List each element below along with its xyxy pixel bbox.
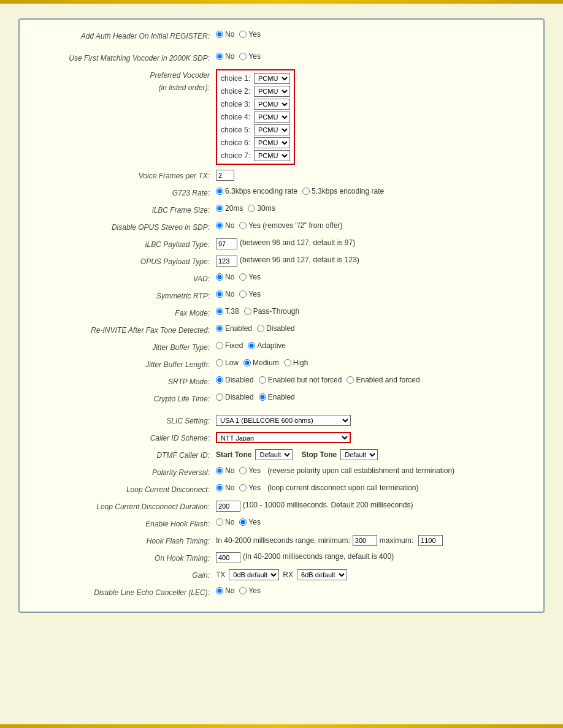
ilbc-30ms[interactable]: 30ms — [248, 204, 275, 213]
fax-t38[interactable]: T.38 — [216, 307, 239, 316]
reinvite-disabled[interactable]: Disabled — [257, 324, 295, 333]
lec-no[interactable]: No — [216, 586, 234, 595]
loop-duration-label: Loop Current Disconnect Duration: — [32, 499, 216, 513]
vad-no-radio[interactable] — [216, 273, 223, 281]
g723-6kbps[interactable]: 6.3kbps encoding rate — [216, 187, 297, 195]
loop-no-label: No — [225, 483, 234, 492]
g723-5kbps-radio[interactable] — [302, 188, 310, 195]
start-tone-select[interactable]: Default — [255, 449, 293, 460]
reinvite-enabled[interactable]: Enabled — [216, 324, 252, 333]
crypto-disabled-radio[interactable] — [216, 393, 223, 401]
vocoder-choice-7-select[interactable]: PCMU — [254, 150, 290, 161]
slic-setting-select[interactable]: USA 1 (BELLCORE 600 ohms) — [216, 415, 351, 426]
vad-yes[interactable]: Yes — [239, 273, 261, 281]
srtp-no[interactable]: No — [216, 290, 234, 298]
ilbc-30ms-radio[interactable] — [248, 205, 255, 212]
srtp-forced-radio[interactable] — [347, 376, 354, 384]
opus-yes-radio[interactable] — [239, 222, 247, 229]
fax-passthrough-radio[interactable] — [244, 308, 251, 315]
caller-id-scheme-select[interactable]: NTT Japan — [216, 432, 351, 443]
loop-duration-input[interactable] — [216, 501, 240, 512]
on-hook-timing-input[interactable] — [216, 552, 240, 563]
vocoder-choice-2-select[interactable]: PCMU — [254, 86, 290, 97]
rx-gain-select[interactable]: 6dB default — [297, 569, 347, 580]
tx-gain-select[interactable]: 0dB default — [229, 569, 279, 580]
fax-t38-radio[interactable] — [216, 308, 223, 315]
add-auth-header-no[interactable]: No — [216, 30, 234, 39]
ilbc-payload-input[interactable] — [216, 238, 237, 249]
ilbc-30ms-label: 30ms — [257, 204, 275, 213]
use-first-matching-group: No Yes — [216, 52, 261, 61]
polarity-no[interactable]: No — [216, 466, 234, 475]
srtp-disabled-radio[interactable] — [216, 376, 223, 384]
voice-frames-input[interactable] — [216, 170, 234, 181]
hook-no-radio[interactable] — [216, 518, 223, 526]
srtp-not-forced[interactable]: Enabled but not forced — [259, 376, 342, 384]
reinvite-enabled-radio[interactable] — [216, 325, 223, 332]
jitter-high-radio[interactable] — [284, 359, 291, 366]
add-auth-header-yes[interactable]: Yes — [239, 30, 261, 39]
vocoder-choice-4-select[interactable]: PCMU — [254, 112, 290, 123]
polarity-yes-radio[interactable] — [239, 467, 247, 474]
g723-rate-row: G723 Rate: 6.3kbps encoding rate 5.3kbps… — [32, 186, 531, 199]
jitter-fixed-radio[interactable] — [216, 342, 223, 349]
reinvite-disabled-radio[interactable] — [257, 325, 264, 332]
lec-yes-radio[interactable] — [239, 587, 247, 594]
vocoder-choice-3-select[interactable]: PCMU — [254, 99, 290, 110]
use-first-yes-radio[interactable] — [239, 53, 247, 60]
voice-frames-label: Voice Frames per TX: — [32, 169, 216, 182]
use-first-yes[interactable]: Yes — [239, 52, 261, 61]
srtp-not-forced-radio[interactable] — [259, 376, 266, 384]
vocoder-choice-6-select[interactable]: PCMU — [254, 137, 290, 148]
opus-yes[interactable]: Yes (removes "/2" from offer) — [239, 221, 342, 230]
jitter-low[interactable]: Low — [216, 358, 239, 367]
loop-yes[interactable]: Yes — [239, 483, 261, 492]
jitter-high[interactable]: High — [284, 358, 308, 367]
loop-no-radio[interactable] — [216, 484, 223, 491]
polarity-yes[interactable]: Yes — [239, 466, 261, 475]
loop-yes-radio[interactable] — [239, 484, 247, 491]
jitter-adaptive-radio[interactable] — [248, 342, 255, 349]
stop-tone-select[interactable]: Default — [340, 449, 378, 460]
hook-yes[interactable]: Yes — [239, 518, 261, 526]
lec-yes[interactable]: Yes — [239, 586, 261, 595]
jitter-type-row: Jitter Buffer Type: Fixed Adaptive — [32, 340, 531, 354]
jitter-adaptive[interactable]: Adaptive — [248, 341, 286, 350]
polarity-no-radio[interactable] — [216, 467, 223, 474]
crypto-enabled[interactable]: Enabled — [259, 393, 295, 401]
use-first-no[interactable]: No — [216, 52, 234, 61]
jitter-medium[interactable]: Medium — [243, 358, 279, 367]
use-first-no-radio[interactable] — [216, 53, 223, 60]
add-auth-header-no-radio[interactable] — [216, 31, 223, 38]
hook-flash-min-input[interactable] — [353, 535, 377, 546]
jitter-fixed[interactable]: Fixed — [216, 341, 243, 350]
hook-flash-max-input[interactable] — [418, 535, 443, 546]
jitter-medium-radio[interactable] — [243, 359, 251, 366]
hook-no[interactable]: No — [216, 518, 234, 526]
ilbc-20ms[interactable]: 20ms — [216, 204, 243, 213]
hook-yes-radio[interactable] — [239, 518, 247, 526]
vad-no[interactable]: No — [216, 273, 234, 281]
vocoder-choice-1-select[interactable]: PCMU — [254, 73, 290, 84]
srtp-forced[interactable]: Enabled and forced — [347, 376, 419, 384]
srtp-disabled[interactable]: Disabled — [216, 376, 254, 384]
loop-no[interactable]: No — [216, 483, 234, 492]
crypto-enabled-radio[interactable] — [259, 393, 266, 401]
opus-no-radio[interactable] — [216, 222, 223, 229]
lec-no-radio[interactable] — [216, 587, 223, 594]
jitter-low-radio[interactable] — [216, 359, 223, 366]
ilbc-20ms-radio[interactable] — [216, 205, 223, 212]
opus-payload-input[interactable] — [216, 256, 237, 267]
g723-6kbps-radio[interactable] — [216, 188, 223, 195]
vad-yes-radio[interactable] — [239, 273, 247, 281]
vocoder-choice-7: choice 7: PCMU — [221, 150, 290, 161]
fax-passthrough[interactable]: Pass-Through — [244, 307, 299, 316]
vocoder-choice-5-select[interactable]: PCMU — [254, 124, 290, 135]
opus-no[interactable]: No — [216, 221, 234, 230]
add-auth-header-yes-radio[interactable] — [239, 31, 247, 38]
srtp-no-radio[interactable] — [216, 290, 223, 298]
crypto-disabled[interactable]: Disabled — [216, 393, 254, 401]
g723-5kbps[interactable]: 5.3kbps encoding rate — [302, 187, 384, 195]
srtp-yes[interactable]: Yes — [239, 290, 261, 298]
srtp-yes-radio[interactable] — [239, 290, 247, 298]
